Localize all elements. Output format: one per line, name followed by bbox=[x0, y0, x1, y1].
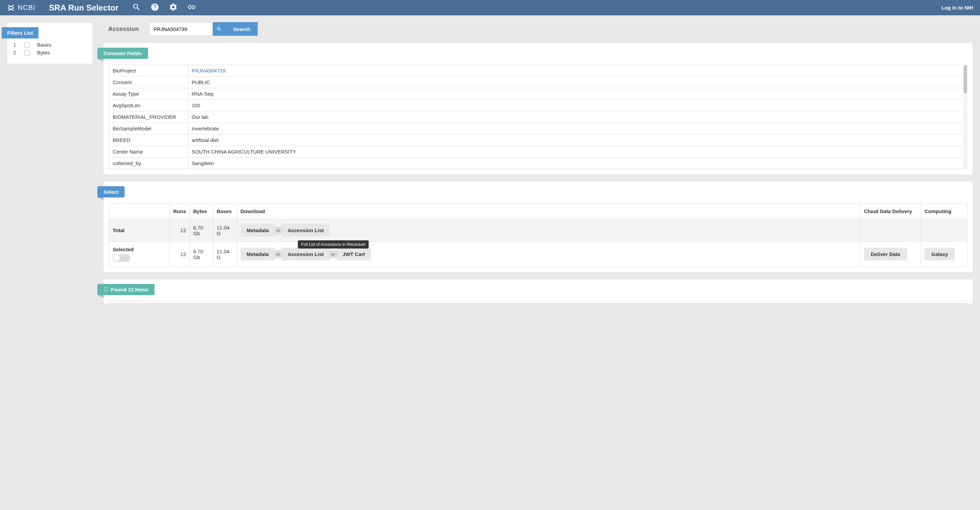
filter-label: Bytes bbox=[37, 50, 50, 56]
filter-item: 1 Bases bbox=[13, 42, 86, 48]
col-computing: Computing bbox=[921, 204, 967, 219]
row-total: Total 12 6.70 Gb 11.04 G Metadata or Acc… bbox=[109, 219, 967, 242]
tooltip: Full List of Accessions in Recordset bbox=[298, 241, 369, 249]
common-field-key: BIOMATERIAL_PROVIDER bbox=[109, 112, 188, 123]
login-link[interactable]: Log in to NIH bbox=[942, 5, 973, 11]
common-field-value: artificial diet bbox=[188, 134, 967, 146]
selected-label: Selected bbox=[113, 247, 134, 252]
filter-checkbox-bases[interactable] bbox=[24, 42, 30, 48]
common-field-value: Invertebrate bbox=[188, 123, 967, 134]
selected-bytes: 6.70 Gb bbox=[189, 242, 213, 267]
galaxy-button[interactable]: Galaxy bbox=[924, 248, 955, 260]
common-field-row: BIOMATERIAL_PROVIDEROur lab bbox=[109, 112, 967, 123]
common-field-key: BioSampleModel bbox=[109, 123, 188, 134]
items-table bbox=[109, 301, 967, 304]
common-field-key: BioProject bbox=[109, 65, 188, 76]
common-fields-panel: Common Fields BioProjectPRJNA504739Conse… bbox=[103, 43, 973, 175]
selected-runs: 12 bbox=[170, 242, 190, 267]
header-icons bbox=[132, 3, 196, 13]
gear-icon[interactable] bbox=[169, 3, 178, 13]
accession-label: Accession bbox=[108, 26, 139, 33]
search-icon[interactable] bbox=[132, 3, 141, 13]
ncbi-logo[interactable]: NCBI bbox=[7, 4, 35, 12]
selected-bases: 11.04 G bbox=[213, 242, 237, 267]
header: NCBI SRA Run Selector Log in to NIH bbox=[0, 0, 980, 15]
deliver-data-button[interactable]: Deliver Data bbox=[864, 248, 907, 260]
common-field-row: BioSampleModelInvertebrate bbox=[109, 123, 967, 134]
expand-icon[interactable] bbox=[103, 287, 108, 292]
filter-label: Bases bbox=[37, 42, 51, 48]
common-field-row: ConsentPUBLIC bbox=[109, 76, 967, 88]
ncbi-helix-icon bbox=[7, 4, 15, 12]
filter-item: 2 Bytes bbox=[13, 50, 86, 56]
common-field-row: collected_bySangWen bbox=[109, 158, 967, 169]
total-bytes: 6.70 Gb bbox=[189, 219, 213, 242]
link-icon[interactable] bbox=[187, 3, 196, 13]
filter-list: 1 Bases 2 Bytes bbox=[7, 38, 92, 56]
ncbi-logo-text: NCBI bbox=[18, 4, 35, 11]
common-field-key: Consent bbox=[109, 76, 188, 88]
sidebar: Filters List 1 Bases 2 Bytes bbox=[7, 22, 93, 64]
common-field-row: BioProjectPRJNA504739 bbox=[109, 65, 967, 76]
search-icon bbox=[216, 26, 222, 32]
common-field-row: Assay TypeRNA-Seq bbox=[109, 88, 967, 100]
filter-num: 2 bbox=[13, 50, 17, 56]
common-field-value: RNA-Seq bbox=[188, 88, 967, 99]
metadata-button-selected[interactable]: Metadata bbox=[241, 248, 275, 260]
total-label: Total bbox=[109, 219, 170, 242]
select-table: Runs Bytes Bases Download Cloud Data Del… bbox=[109, 203, 967, 267]
total-bases: 11.04 G bbox=[213, 219, 237, 242]
common-field-row: Center NameSOUTH CHINA AGRICULTURE UNIVE… bbox=[109, 146, 967, 158]
app-title: SRA Run Selector bbox=[49, 3, 118, 13]
or-separator: or bbox=[328, 250, 338, 258]
filters-list-tab: Filters List bbox=[2, 27, 38, 38]
found-items-panel: Found 12 Items bbox=[103, 279, 973, 304]
found-items-label: Found 12 Items bbox=[111, 287, 148, 292]
accession-list-button-total[interactable]: Accession List bbox=[282, 224, 330, 237]
scrollbar-track bbox=[963, 65, 967, 169]
col-bytes: Bytes bbox=[189, 204, 213, 219]
metadata-button-total[interactable]: Metadata bbox=[241, 224, 275, 237]
common-field-value: SOUTH CHINA AGRICULTURE UNIVERSITY bbox=[188, 146, 967, 157]
scrollbar-thumb[interactable] bbox=[964, 65, 967, 94]
or-separator: or bbox=[274, 226, 283, 234]
col-download: Download bbox=[237, 204, 861, 219]
found-items-tab: Found 12 Items bbox=[97, 284, 154, 295]
common-field-key: Center Name bbox=[109, 146, 188, 157]
jwt-cart-button[interactable]: JWT Cart bbox=[337, 248, 371, 260]
search-icon-button[interactable] bbox=[213, 22, 226, 36]
search-row: Accession Search bbox=[108, 22, 973, 36]
common-field-value[interactable]: PRJNA504739 bbox=[188, 65, 967, 76]
col-cloud: Cloud Data Delivery bbox=[861, 204, 921, 219]
common-field-value: PUBLIC bbox=[188, 76, 967, 88]
common-field-value: SangWen bbox=[188, 158, 967, 169]
common-fields-table[interactable]: BioProjectPRJNA504739ConsentPUBLICAssay … bbox=[109, 65, 967, 169]
common-field-key: Assay Type bbox=[109, 88, 188, 99]
help-icon[interactable] bbox=[150, 3, 159, 13]
col-runs: Runs bbox=[170, 204, 190, 219]
common-field-key: AvgSpotLen bbox=[109, 100, 188, 111]
select-panel: Select Runs Bytes Bases Download Cloud D… bbox=[103, 181, 973, 273]
common-field-value: Our lab bbox=[188, 112, 967, 123]
common-field-row: AvgSpotLen100 bbox=[109, 100, 967, 112]
or-separator: or bbox=[274, 250, 283, 258]
search-button[interactable]: Search bbox=[226, 22, 258, 36]
select-tab: Select bbox=[97, 186, 124, 198]
common-field-value: 100 bbox=[188, 100, 967, 111]
filter-num: 1 bbox=[13, 42, 17, 48]
col-bases: Bases bbox=[213, 204, 237, 219]
bioproject-link[interactable]: PRJNA504739 bbox=[192, 68, 225, 73]
row-selected: Selected 12 6.70 Gb 11.04 G Full List of… bbox=[109, 242, 967, 267]
common-field-key: BREED bbox=[109, 134, 188, 146]
common-fields-tab: Common Fields bbox=[97, 48, 148, 59]
common-field-key: collected_by bbox=[109, 158, 188, 169]
common-field-row: BREEDartificial diet bbox=[109, 134, 967, 146]
selected-toggle[interactable] bbox=[113, 254, 130, 262]
filter-checkbox-bytes[interactable] bbox=[24, 50, 30, 56]
total-runs: 12 bbox=[170, 219, 190, 242]
accession-input[interactable] bbox=[149, 22, 213, 36]
accession-list-button-selected[interactable]: Accession List bbox=[282, 248, 330, 260]
